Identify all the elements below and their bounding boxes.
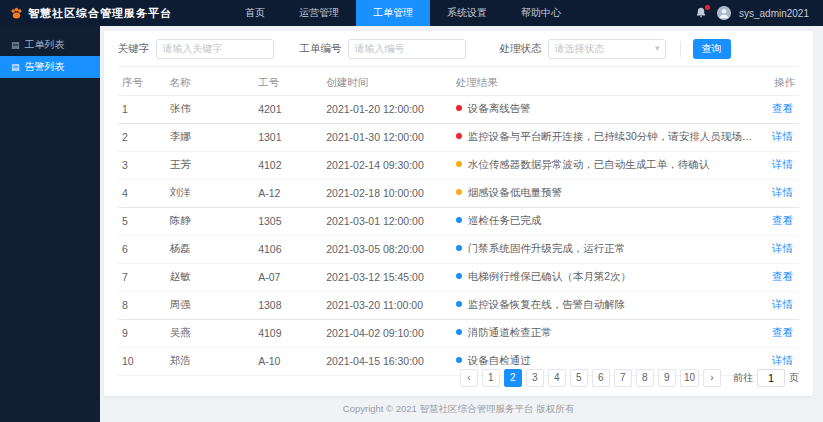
sidebar-item[interactable]: ▤告警列表	[0, 56, 100, 78]
nav-item[interactable]: 系统设置	[430, 0, 504, 26]
cell-name: 李娜	[166, 123, 255, 151]
status-text: 门禁系统固件升级完成，运行正常	[468, 242, 626, 254]
content-card: 关键字 工单编号 处理状态 ▾ 查询	[104, 31, 813, 396]
cell-index: 6	[118, 235, 166, 263]
status-dot-icon	[456, 245, 462, 251]
table-row: 9吴燕41092021-04-02 09:10:00消防通道检查正常查看	[118, 319, 799, 347]
cell-status: 消防通道检查正常	[452, 319, 758, 347]
user-avatar[interactable]	[717, 6, 731, 20]
cell-status: 烟感设备低电量预警	[452, 179, 758, 207]
jumper-suffix-label: 页	[789, 371, 799, 385]
row-action-link[interactable]: 详情	[772, 242, 793, 254]
sidebar-item-label: 告警列表	[25, 60, 65, 74]
cell-action: 详情	[758, 179, 799, 207]
column-header: 序号	[118, 71, 166, 95]
row-action-link[interactable]: 详情	[772, 186, 793, 198]
cell-index: 8	[118, 291, 166, 319]
page-number-button[interactable]: 7	[614, 369, 632, 387]
row-action-link[interactable]: 详情	[772, 158, 793, 170]
status-text: 电梯例行维保已确认（本月第2次）	[468, 270, 631, 282]
status-text: 巡检任务已完成	[468, 214, 542, 226]
column-header: 处理结果	[452, 71, 758, 95]
cell-code: 1301	[254, 123, 322, 151]
nav-item[interactable]: 工单管理	[356, 0, 430, 26]
page-number-button[interactable]: 5	[570, 369, 588, 387]
cell-name: 杨磊	[166, 235, 255, 263]
row-action-link[interactable]: 详情	[772, 298, 793, 310]
column-header: 创建时间	[322, 71, 451, 95]
app-title: 智慧社区综合管理服务平台	[28, 6, 172, 21]
cell-code: 4201	[254, 95, 322, 123]
page-number-button[interactable]: 9	[658, 369, 676, 387]
cell-index: 3	[118, 151, 166, 179]
notification-bell-icon[interactable]	[695, 6, 709, 20]
cell-name: 陈静	[166, 207, 255, 235]
status-select[interactable]: ▾	[548, 39, 666, 59]
filter-bar: 关键字 工单编号 处理状态 ▾ 查询	[118, 31, 799, 67]
page-jumper: 前往 页	[733, 369, 799, 387]
notification-badge	[705, 5, 710, 10]
status-dot-icon	[456, 301, 462, 307]
cell-code: 1308	[254, 291, 322, 319]
status-dot-icon	[456, 105, 462, 111]
row-action-link[interactable]: 查看	[772, 214, 793, 226]
status-text: 设备离线告警	[468, 102, 531, 114]
cell-action: 详情	[758, 151, 799, 179]
cell-code: A-12	[254, 179, 322, 207]
nav-item[interactable]: 运营管理	[282, 0, 356, 26]
table-row: 2李娜13012021-01-30 12:00:00监控设备与平台断开连接，已持…	[118, 123, 799, 151]
cell-time: 2021-04-02 09:10:00	[322, 319, 451, 347]
row-action-link[interactable]: 查看	[772, 102, 793, 114]
cell-action: 查看	[758, 263, 799, 291]
row-action-link[interactable]: 查看	[772, 326, 793, 338]
cell-name: 刘洋	[166, 179, 255, 207]
row-action-link[interactable]: 详情	[772, 130, 793, 142]
username-label[interactable]: sys_admin2021	[739, 8, 809, 19]
pagination: ‹12345678910› 前往 页	[118, 364, 799, 396]
filter-order-no: 工单编号	[300, 39, 466, 59]
page-number-button[interactable]: 2	[504, 369, 522, 387]
cell-status: 水位传感器数据异常波动，已自动生成工单，待确认	[452, 151, 758, 179]
nav-item[interactable]: 首页	[228, 0, 282, 26]
table-row: 1张伟42012021-01-20 12:00:00设备离线告警查看	[118, 95, 799, 123]
next-page-button[interactable]: ›	[703, 369, 721, 387]
status-dot-icon	[456, 357, 462, 363]
page-number-button[interactable]: 8	[636, 369, 654, 387]
cell-code: 4109	[254, 319, 322, 347]
status-text: 消防通道检查正常	[468, 326, 552, 338]
cell-index: 7	[118, 263, 166, 291]
page-number-button[interactable]: 10	[680, 369, 699, 387]
column-header: 名称	[166, 71, 255, 95]
table-row: 5陈静13052021-03-01 12:00:00巡检任务已完成查看	[118, 207, 799, 235]
column-header: 操作	[758, 71, 799, 95]
page-number-button[interactable]: 6	[592, 369, 610, 387]
cell-action: 详情	[758, 235, 799, 263]
jump-page-input[interactable]	[757, 369, 785, 387]
data-table: 序号名称工号创建时间处理结果操作 1张伟42012021-01-20 12:00…	[118, 71, 799, 376]
row-action-link[interactable]: 查看	[772, 270, 793, 282]
nav-item[interactable]: 帮助中心	[504, 0, 578, 26]
page-number-button[interactable]: 4	[548, 369, 566, 387]
order-no-input[interactable]	[348, 39, 466, 59]
sidebar-item[interactable]: ▤工单列表	[0, 34, 100, 56]
table-row: 8周强13082021-03-20 11:00:00监控设备恢复在线，告警自动解…	[118, 291, 799, 319]
cell-index: 9	[118, 319, 166, 347]
sidebar: ▤工单列表▤告警列表	[0, 26, 100, 422]
list-icon: ▤	[11, 41, 20, 50]
layout: ▤工单列表▤告警列表 关键字 工单编号 处理状态 ▾	[0, 26, 823, 422]
cell-time: 2021-02-14 09:30:00	[322, 151, 451, 179]
cell-status: 监控设备与平台断开连接，已持续30分钟，请安排人员现场核查处理	[452, 123, 758, 151]
top-header: 智慧社区综合管理服务平台 首页运营管理工单管理系统设置帮助中心 sys_admi…	[0, 0, 823, 26]
page-number-button[interactable]: 1	[482, 369, 500, 387]
cell-status: 监控设备恢复在线，告警自动解除	[452, 291, 758, 319]
status-select-input[interactable]	[548, 39, 666, 59]
cell-action: 查看	[758, 319, 799, 347]
status-dot-icon	[456, 189, 462, 195]
cell-time: 2021-03-01 12:00:00	[322, 207, 451, 235]
keyword-label: 关键字	[118, 42, 150, 56]
table-wrap: 序号名称工号创建时间处理结果操作 1张伟42012021-01-20 12:00…	[118, 67, 799, 364]
keyword-input[interactable]	[156, 39, 274, 59]
search-button[interactable]: 查询	[693, 39, 731, 59]
prev-page-button[interactable]: ‹	[460, 369, 478, 387]
page-number-button[interactable]: 3	[526, 369, 544, 387]
